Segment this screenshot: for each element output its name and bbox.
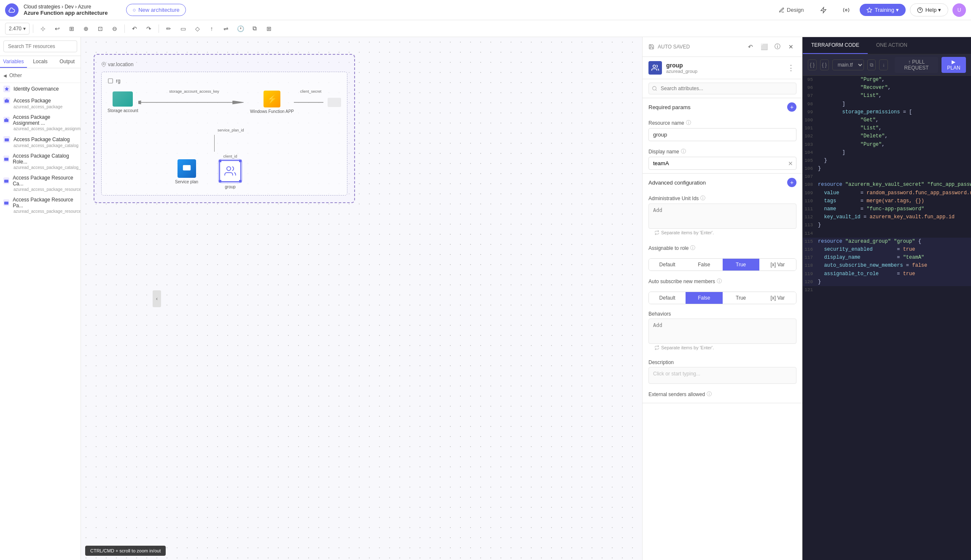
sidebar-item-access-package-catalog-role[interactable]: Access Package Catalog Role... azuread_a… <box>0 150 81 172</box>
admin-unit-separate-text: Separate items by 'Enter'. <box>648 230 796 238</box>
code-line-114: 114 <box>803 230 971 238</box>
auto-subscribe-field: Auto subscribe new members <box>643 274 802 290</box>
undo-button[interactable]: ↶ <box>745 41 756 52</box>
tab-one-action[interactable]: ONE ACTION <box>868 37 916 54</box>
admin-unit-ids-input[interactable] <box>648 204 796 229</box>
access-package-assignment-label: Access Package Assignment ... <box>13 114 77 126</box>
export-tool[interactable]: ↑ <box>205 22 218 35</box>
auto-subscribe-false-btn[interactable]: False <box>686 292 722 304</box>
toolbar: 2.470 ▾ ⊹ ↩ ⊞ ⊕ ⊡ ⊖ ↶ ↷ ✏ ▭ ◇ ↑ ⇌ 🕐 ⧉ ⊞ <box>0 20 971 37</box>
pen-tool[interactable]: ✏ <box>162 22 175 35</box>
info-panel-button[interactable]: ⓘ <box>772 41 783 52</box>
copy-tool[interactable]: ⧉ <box>248 22 261 35</box>
expand-button[interactable]: ⬜ <box>759 41 769 52</box>
close-panel-button[interactable]: ✕ <box>785 41 796 52</box>
group-node[interactable] <box>219 160 241 182</box>
code-line-101: 101 "List", <box>803 124 971 132</box>
avatar[interactable]: U <box>952 3 966 17</box>
access-package-resource-pa-type: azuread_access_package_resource... <box>3 209 77 214</box>
assignable-true-btn[interactable]: True <box>723 259 759 271</box>
diamond-tool[interactable]: ◇ <box>191 22 204 35</box>
file-selector[interactable]: main.tf <box>832 59 864 70</box>
training-button[interactable]: Training ▾ <box>860 4 906 16</box>
access-package-catalog-type: azuread_access_package_catalog <box>3 143 77 148</box>
display-name-input-wrapper: ✕ <box>648 157 796 170</box>
svg-line-18 <box>656 90 656 91</box>
advanced-config-toggle[interactable]: + <box>787 178 796 187</box>
code-bracket-btn[interactable]: { } <box>820 59 829 70</box>
collapse-button[interactable]: ‹ <box>153 290 161 307</box>
copy-code-btn[interactable]: ⧉ <box>867 59 876 70</box>
help-button[interactable]: Help ▾ <box>910 3 948 16</box>
description-input[interactable]: Click or start typing... <box>648 367 796 384</box>
resource-name-field: Resource name <box>643 116 802 145</box>
assignable-var-btn[interactable]: [x] Var <box>759 259 796 271</box>
zoom-out-tool[interactable]: ⊖ <box>108 22 121 35</box>
resource-name-input[interactable] <box>648 128 796 141</box>
sidebar-item-access-package-catalog[interactable]: Access Package Catalog azuread_access_pa… <box>0 134 81 150</box>
tab-terraform-code[interactable]: TERRAFORM CODE <box>803 37 868 54</box>
canvas-area[interactable]: var.location rg Storage account <box>81 37 642 560</box>
plan-button[interactable]: ▶ PLAN <box>941 57 966 73</box>
code-line-107: 107 <box>803 173 971 181</box>
code-line-96: 96 "Recover", <box>803 84 971 92</box>
tab-variables[interactable]: Variables <box>0 56 27 68</box>
history-tool[interactable]: 🕐 <box>234 22 247 35</box>
display-name-input[interactable] <box>648 157 796 170</box>
sidebar-item-access-package-resource-pa[interactable]: Access Package Resource Pa... azuread_ac… <box>0 194 81 216</box>
code-line-99: 99 storage_permissions = [ <box>803 108 971 116</box>
assignable-false-btn[interactable]: False <box>686 259 722 271</box>
service-plan-node[interactable]: service_plan_id Service plan <box>120 135 241 189</box>
code-search-btn[interactable]: { } <box>808 59 817 70</box>
code-line-112: 112 key_vault_id = azurerm_key_vault.fun… <box>803 213 971 221</box>
design-button[interactable]: Design <box>773 4 810 16</box>
code-toolbar: { } { } main.tf ⧉ ↓ ↑ PULL REQUEST ▶ PLA… <box>803 54 971 76</box>
search-input[interactable] <box>3 40 77 52</box>
select-tool[interactable]: ⊡ <box>94 22 107 35</box>
grid-tool[interactable]: ⊞ <box>65 22 78 35</box>
tab-output[interactable]: Output <box>54 56 81 68</box>
resource-more-button[interactable] <box>785 62 796 73</box>
pull-request-button[interactable]: ↑ PULL REQUEST <box>895 57 938 73</box>
code-line-110: 110 tags = merge(var.tags, {}) <box>803 197 971 205</box>
behaviors-input[interactable] <box>648 319 796 344</box>
required-params-header[interactable]: Required params + <box>643 98 802 116</box>
download-code-btn[interactable]: ↓ <box>879 59 888 70</box>
panel-header-actions: ↶ ⬜ ⓘ ✕ <box>745 41 796 52</box>
sidebar-item-identity-governance[interactable]: Identity Governance <box>0 83 81 95</box>
advanced-config-header[interactable]: Advanced configuration + <box>643 174 802 191</box>
connect-tool[interactable]: ⇌ <box>220 22 232 35</box>
redo-action[interactable]: ↷ <box>143 22 155 35</box>
undo-action[interactable]: ↶ <box>128 22 141 35</box>
code-line-117: 117 display_name = "teamA" <box>803 254 971 262</box>
display-name-clear-button[interactable]: ✕ <box>788 160 793 167</box>
access-package-catalog-role-label: Access Package Catalog Role... <box>13 153 77 165</box>
svg-point-1 <box>845 9 847 11</box>
tab-locals[interactable]: Locals <box>27 56 54 68</box>
sidebar-item-access-package[interactable]: Access Package azuread_access_package <box>0 95 81 112</box>
storage-account-node[interactable]: Storage account <box>108 91 138 113</box>
mode-button-1[interactable] <box>814 4 833 16</box>
zoom-control[interactable]: 2.470 ▾ <box>5 23 30 35</box>
more-tool[interactable]: ⊞ <box>263 22 275 35</box>
other-section-title[interactable]: ◀ Other <box>3 71 77 80</box>
auto-subscribe-true-btn[interactable]: True <box>723 292 759 304</box>
sidebar-item-access-package-resource-ca[interactable]: Access Package Resource Ca... azuread_ac… <box>0 172 81 194</box>
assignable-default-btn[interactable]: Default <box>649 259 686 271</box>
required-params-toggle[interactable]: + <box>787 102 796 112</box>
display-name-info-icon <box>681 148 686 155</box>
description-field: Description Click or start typing... <box>643 356 802 387</box>
attribute-search-input[interactable] <box>648 83 796 94</box>
sidebar-item-access-package-assignment[interactable]: Access Package Assignment ... azuread_ac… <box>0 112 81 134</box>
auto-subscribe-default-btn[interactable]: Default <box>649 292 686 304</box>
function-app-node[interactable]: ⚡ Windows Function APP <box>250 91 294 114</box>
undo-tool[interactable]: ↩ <box>51 22 64 35</box>
access-package-resource-ca-label: Access Package Resource Ca... <box>13 175 77 187</box>
auto-subscribe-info-icon <box>717 278 722 285</box>
new-architecture-button[interactable]: New architecture <box>126 4 186 16</box>
rect-tool[interactable]: ▭ <box>177 22 189 35</box>
auto-subscribe-var-btn[interactable]: [x] Var <box>759 292 796 304</box>
cursor-tool[interactable]: ⊹ <box>37 22 49 35</box>
zoom-in-tool[interactable]: ⊕ <box>80 22 92 35</box>
mode-button-2[interactable] <box>837 4 855 16</box>
